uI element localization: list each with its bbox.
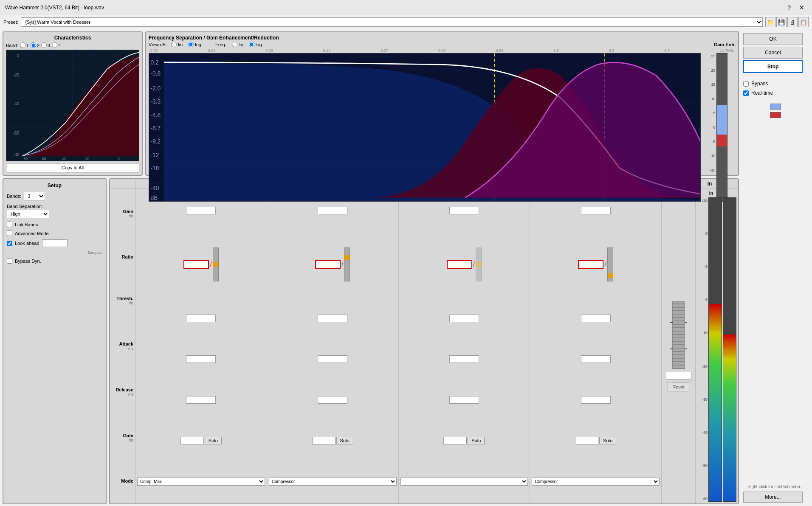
left-panel: Characteristics Band: 1 2 3 4 (3, 31, 739, 504)
band-4-label[interactable]: 4 (52, 42, 61, 48)
lookahead-input[interactable]: 12000 (42, 239, 68, 247)
view-db-label: View dB: (149, 42, 167, 47)
band1-thresh-input[interactable]: -10.0 (186, 315, 216, 322)
band2-solo-btn[interactable]: Solo (336, 437, 353, 444)
band1-solo-btn[interactable]: Solo (205, 437, 222, 444)
band1-ratio-row: 2.50 / (137, 247, 265, 281)
band3-mode-select[interactable] (400, 478, 528, 486)
bands-select[interactable]: 3 (24, 192, 45, 200)
band-4-radio[interactable] (52, 42, 57, 48)
bypass-dyn-checkbox[interactable] (7, 258, 12, 264)
freq-lin-label[interactable]: lin. (232, 42, 245, 47)
view-lin-radio[interactable] (171, 42, 177, 47)
realtime-label: Real-time (751, 90, 773, 96)
band4-mode-select[interactable]: Compressor (532, 478, 660, 486)
band-sep-select[interactable]: Low Medium High (7, 210, 49, 218)
svg-text:-40: -40 (150, 185, 159, 191)
advanced-mode-label: Advanced Mode (15, 231, 49, 236)
band1-ratio-slider[interactable] (213, 247, 219, 281)
band2-release-input[interactable]: 100.0 (318, 396, 347, 404)
band4-release-input[interactable]: 100.0 (581, 396, 611, 404)
view-log-label[interactable]: log. (188, 42, 203, 47)
title-bar-controls: ? ✕ (785, 3, 807, 12)
band3-gate-input[interactable]: -100 (443, 437, 467, 444)
band1-ratio-input[interactable]: 2.50 (183, 260, 209, 269)
band3-ratio-input[interactable]: 2.00 (447, 260, 472, 269)
preset-select[interactable]: [Sys] Warm Vocal with Deesser (21, 17, 763, 27)
band1-attack-input[interactable]: 20.0 (186, 355, 216, 363)
band3-gain-input[interactable]: 0.0 (449, 207, 479, 214)
link-bands-checkbox[interactable] (7, 222, 12, 227)
band3-ratio-slider[interactable] (476, 247, 482, 281)
view-log-radio[interactable] (188, 42, 194, 47)
band-1-label[interactable]: 1 (20, 42, 29, 48)
band3-attack-input[interactable]: 20.0 (449, 355, 479, 363)
freq-lin-radio[interactable] (232, 42, 237, 47)
band2-mode-select[interactable]: Compressor (269, 478, 397, 486)
ok-button[interactable]: OK (743, 33, 803, 45)
band1-release-input[interactable]: 100.0 (186, 396, 216, 404)
close-button[interactable]: ✕ (797, 3, 807, 12)
band4-ratio-slider[interactable] (607, 247, 613, 281)
band4-slash: / (604, 261, 606, 268)
band4-gate-input[interactable]: -100 (575, 437, 598, 444)
freq-log-label[interactable]: log. (249, 42, 263, 47)
preset-folder-btn[interactable]: 📁 (765, 17, 775, 27)
band-3-label[interactable]: 3 (41, 42, 50, 48)
gain-param-label: Gain (112, 209, 133, 214)
svg-text:-60: -60 (41, 157, 46, 161)
samples-label: Samples (7, 250, 102, 255)
band3-release-input[interactable]: 100.0 (449, 396, 479, 404)
band-3-radio[interactable] (41, 42, 47, 48)
band2-gain-input[interactable]: 0.0 (318, 207, 347, 214)
band2-ratio-input[interactable]: 8.00 (315, 260, 341, 269)
realtime-checkbox[interactable] (743, 90, 749, 96)
bypass-row: Bypass (743, 80, 808, 87)
svg-text:0.2: 0.2 (150, 59, 159, 66)
band-2-label[interactable]: 2 (31, 42, 39, 48)
band-1-radio[interactable] (20, 42, 25, 48)
band2-ratio-slider[interactable] (344, 247, 350, 281)
band4-col: 0.0 2.00 / -20.0 20.0 100.0 -100 (530, 189, 662, 503)
release-unit: ms (112, 392, 133, 396)
band1-gate-input[interactable]: -100 (180, 437, 204, 444)
band2-attack-input[interactable]: 20.0 (318, 355, 347, 363)
stop-button[interactable]: Stop (743, 60, 803, 73)
band3-thresh-input[interactable]: -6.0 (449, 315, 479, 322)
right-panel: OK Cancel Stop Bypass Real-time Right-cl… (742, 31, 809, 504)
out-all-col: 0.0 Reset (662, 189, 696, 503)
cancel-button[interactable]: Cancel (743, 47, 803, 59)
bands-section: Band 1 Band 2 Band 3 Band 4 Out (All) In… (109, 178, 739, 504)
advanced-mode-checkbox[interactable] (7, 231, 12, 236)
view-lin-label[interactable]: lin. (171, 42, 184, 47)
preset-copy-btn[interactable]: 📋 (798, 17, 809, 27)
preset-save-btn[interactable]: 💾 (776, 17, 787, 27)
band4-gain-input[interactable]: 0.0 (581, 207, 611, 214)
svg-text:-20: -20 (13, 73, 19, 77)
band-2-radio[interactable] (31, 42, 36, 48)
band3-solo-btn[interactable]: Solo (468, 437, 485, 444)
band1-gain-input[interactable]: 0.0 (186, 207, 216, 214)
lookahead-checkbox[interactable] (7, 241, 12, 246)
copy-to-all-btn[interactable]: Copy to All (6, 163, 139, 172)
title-bar: Wave Hammer 2.0(VST2, 64 Bit) - loop.wav… (0, 0, 812, 15)
band4-ratio-row: 2.00 / (532, 247, 660, 281)
gate-param-label: Gate (112, 433, 133, 438)
band4-thresh-input[interactable]: -20.0 (581, 315, 611, 322)
freq-log-radio[interactable] (249, 42, 254, 47)
band4-solo-btn[interactable]: Solo (599, 437, 616, 444)
out-all-value-input[interactable]: 0.0 (666, 372, 691, 380)
band4-attack-input[interactable]: 20.0 (581, 355, 611, 363)
in-label: In (709, 191, 713, 196)
band1-mode-select[interactable]: Comp. Max (137, 478, 265, 486)
bypass-checkbox[interactable] (743, 81, 749, 87)
band2-thresh-input[interactable]: -30.0 (318, 315, 347, 322)
band2-gate-input[interactable]: -100 (312, 437, 336, 444)
out-all-slider[interactable] (672, 301, 685, 369)
more-button[interactable]: More... (743, 492, 803, 503)
preset-load-btn[interactable]: 🖨 (787, 17, 798, 27)
help-button[interactable]: ? (785, 3, 793, 12)
band4-ratio-input[interactable]: 2.00 (578, 260, 603, 269)
reset-btn[interactable]: Reset (668, 382, 689, 391)
svg-text:-20: -20 (84, 157, 90, 161)
